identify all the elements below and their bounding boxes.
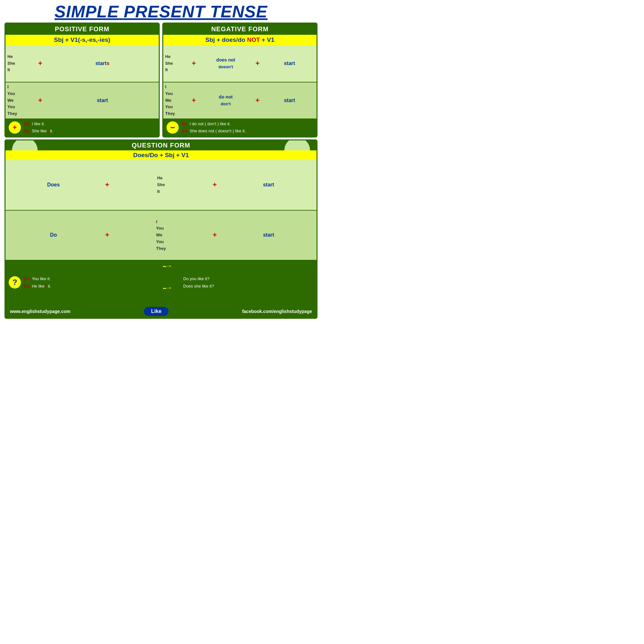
q-result1: Do you like it? [183,275,313,282]
page-title: SIMPLE PRESENT TENSE [5,3,317,20]
question-row2-subjects: IYouWeYouThey [113,210,209,260]
neg-dont-text: don't [221,101,231,107]
arrow2: --→ [163,284,172,303]
q-result2: Does she like it? [183,282,313,290]
negative-row2-plus2: + [253,82,262,118]
ex2-pre: She like [32,128,47,133]
question-section: QUESTION FORM Does/Do + Sbj + V1 Does + … [5,139,317,319]
negative-example-text: Ex: I do not ( don't ) like it. Ex: She … [182,120,246,135]
neg-formula-pre: Sbj + does/do [205,36,247,43]
neg-do-not-text: do not [219,94,233,100]
negative-examples: − Ex: I do not ( don't ) like it. Ex: Sh… [163,118,317,137]
negative-row2-verb: start [262,82,317,118]
q-ex1: You like it. [32,276,51,281]
positive-examples: + Ex: I like it. Ex: She likes it. [5,118,159,137]
positive-row1-plus: + [34,45,46,82]
positive-row1-subjects: HeSheIt [5,45,34,82]
q-ex1-label: Ex: [24,276,31,281]
negative-row1-plus2: + [253,45,262,82]
positive-row2-plus: + [34,82,46,118]
ex2-post: it. [49,128,53,133]
footer-right: facebook.com/englishstudypage [242,309,312,314]
like-button[interactable]: Like [144,307,168,316]
neg-doesnt-text: doesn't [218,64,233,70]
negative-header: NEGATIVE FORM [163,24,317,35]
negative-section: NEGATIVE FORM Sbj + does/do NOT + V1 HeS… [162,23,317,137]
negative-circle-minus: − [166,121,179,134]
question-row2-verb: start [221,210,317,260]
positive-circle-plus: + [9,121,21,134]
q-ex2-pre: He like [32,284,45,289]
ex1-label: Ex: [24,121,31,126]
question-circle: ? [9,276,21,289]
positive-formula: Sbj + V1(-s,-es,-ies) [5,35,159,45]
question-row1-plus2: + [209,160,221,210]
negative-row1-verb: start [262,45,317,82]
question-row1-verb: start [221,160,317,210]
negative-formula: Sbj + does/do NOT + V1 [163,35,317,45]
neg-ex1-label: Ex: [182,121,188,126]
q-ex2-post: it. [47,284,51,289]
neg-formula-red: NOT [247,36,260,43]
footer: www.englishstudypage.com Like facebook.c… [5,305,317,318]
arrow1: --→ [163,262,172,281]
footer-left: www.englishstudypage.com [10,309,71,314]
positive-grid: HeSheIt + starts IYouWeYouThey + start [5,45,159,118]
negative-row1-subjects: HeSheIt [163,45,189,82]
positive-row1-verb-suffix: s [107,60,109,67]
question-example-content: Ex: You like it. Ex: He likes it. --→ --… [24,262,313,303]
negative-row1-plus: + [189,45,199,82]
neg-formula-post: + V1 [260,36,274,43]
question-row2-plus: + [101,210,113,260]
ex2-label: Ex: [24,128,31,133]
neg-ex1-text: I do not ( don't ) like it. [190,121,231,126]
question-row1-does: Does [5,160,101,210]
positive-example-text: Ex: I like it. Ex: She likes it. [24,120,53,135]
positive-row1-verb: starts [46,45,159,82]
ex1-text: I like it. [32,121,45,126]
question-row1-subjects: HeSheIt [113,160,209,210]
top-row: POSITIVE FORM Sbj + V1(-s,-es,-ies) HeSh… [5,23,317,137]
question-arrows: --→ --→ [154,262,180,303]
question-grid: Does + HeSheIt + start Do + IYouWeYouThe… [5,160,317,260]
neg-ex2-label: Ex: [182,128,188,133]
question-header-bar: QUESTION FORM [5,140,317,150]
neg-ex2-text: She does not ( doesn't ) like it. [190,128,246,133]
question-ex-left: Ex: You like it. Ex: He likes it. [24,275,154,290]
positive-row2-verb: start [46,82,159,118]
semicircle-right [284,139,310,150]
negative-row2-do-not: do not don't [199,82,253,118]
question-examples: ? Ex: You like it. Ex: He likes it. --→ … [5,260,317,305]
negative-row2-subjects: IYouWeYouThey [163,82,189,118]
question-header-text: QUESTION FORM [132,142,190,149]
negative-row1-does-not: does not doesn't [199,45,253,82]
positive-row2-subjects: IYouWeYouThey [5,82,34,118]
q-ex2-label: Ex: [24,284,31,289]
question-formula: Does/Do + Sbj + V1 [5,150,317,160]
negative-grid: HeSheIt + does not doesn't + start IYouW… [163,45,317,118]
question-row2-do: Do [5,210,101,260]
negative-row2-plus: + [189,82,199,118]
question-ex-right: Do you like it? Does she like it? [180,275,313,290]
semicircle-left [12,139,38,150]
page: SIMPLE PRESENT TENSE POSITIVE FORM Sbj +… [0,0,322,322]
question-row2-plus2: + [209,210,221,260]
neg-does-not-text: does not [216,57,235,63]
positive-section: POSITIVE FORM Sbj + V1(-s,-es,-ies) HeSh… [5,23,160,137]
positive-header: POSITIVE FORM [5,24,159,35]
positive-row1-verb-main: start [95,60,107,67]
question-row1-plus: + [101,160,113,210]
